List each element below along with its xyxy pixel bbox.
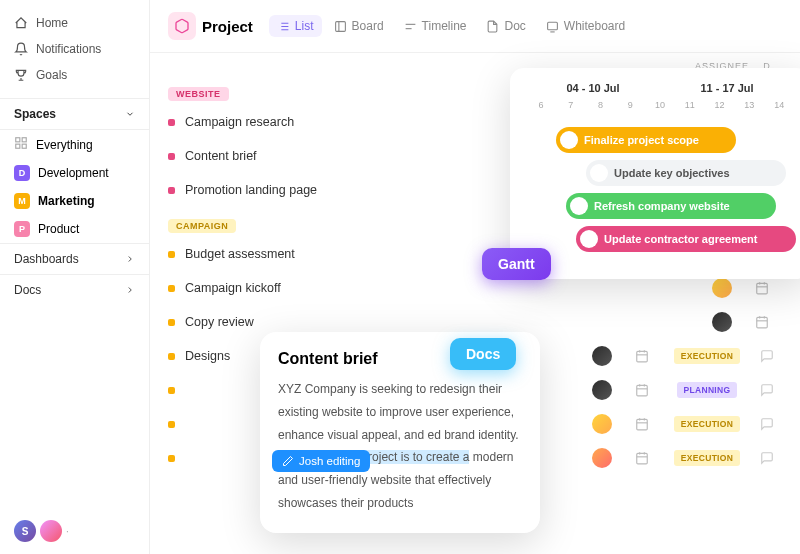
- task-date[interactable]: [622, 451, 662, 465]
- avatar: [40, 520, 62, 542]
- task-assignee[interactable]: [702, 312, 742, 332]
- status-badge: EXECUTION: [674, 416, 740, 432]
- svg-rect-34: [637, 351, 648, 362]
- gantt-day: 8: [586, 100, 616, 110]
- gantt-bar[interactable]: Finalize project scope: [556, 127, 736, 153]
- whiteboard-icon: [546, 20, 559, 33]
- gantt-day: 13: [734, 100, 764, 110]
- doc-body[interactable]: XYZ Company is seeking to redesign their…: [278, 378, 522, 515]
- view-tab-whiteboard[interactable]: Whiteboard: [538, 15, 633, 37]
- list-icon: [277, 20, 290, 33]
- svg-rect-4: [335, 21, 345, 31]
- spaces-label: Spaces: [14, 107, 56, 121]
- nav-notifications[interactable]: Notifications: [0, 36, 149, 62]
- gantt-row: Finalize project scope: [526, 127, 794, 153]
- svg-rect-2: [16, 144, 20, 148]
- gantt-day: 9: [615, 100, 645, 110]
- task-bullet: [168, 319, 175, 326]
- gantt-day: 10: [645, 100, 675, 110]
- task-status[interactable]: EXECUTION: [662, 416, 752, 432]
- calendar-icon: [635, 417, 649, 431]
- gantt-row: Update contractor agreement: [526, 226, 794, 252]
- calendar-icon: [635, 349, 649, 363]
- task-assignee[interactable]: [582, 414, 622, 434]
- chevron-down-icon: [125, 109, 135, 119]
- home-icon: [14, 16, 28, 30]
- group-label[interactable]: WEBSITE: [168, 87, 229, 101]
- task-comment[interactable]: [752, 349, 782, 363]
- calendar-icon: [755, 281, 769, 295]
- space-label: Marketing: [38, 194, 95, 208]
- task-date[interactable]: [622, 417, 662, 431]
- task-assignee[interactable]: [582, 380, 622, 400]
- editing-indicator: Josh editing: [272, 450, 370, 472]
- svg-rect-42: [637, 419, 648, 430]
- gantt-bar-label: Refresh company website: [594, 200, 730, 212]
- comment-icon: [760, 349, 774, 363]
- task-comment[interactable]: [752, 417, 782, 431]
- section-dashboards[interactable]: Dashboards: [0, 243, 149, 274]
- avatar: [592, 448, 612, 468]
- comment-icon: [760, 451, 774, 465]
- group-label[interactable]: CAMPAIGN: [168, 219, 236, 233]
- task-assignee[interactable]: [582, 346, 622, 366]
- project-icon: [168, 12, 196, 40]
- avatar: [570, 197, 588, 215]
- task-bullet: [168, 251, 175, 258]
- task-date[interactable]: [742, 281, 782, 295]
- nav-home-label: Home: [36, 16, 68, 30]
- spaces-header[interactable]: Spaces: [0, 98, 149, 130]
- pencil-icon: [282, 455, 294, 467]
- sidebar: Home Notifications Goals Spaces Everythi…: [0, 0, 150, 554]
- view-tab-board[interactable]: Board: [326, 15, 392, 37]
- topbar: Project ListBoardTimelineDocWhiteboard: [150, 0, 800, 53]
- task-assignee[interactable]: [702, 278, 742, 298]
- gantt-tag: Gantt: [482, 248, 551, 280]
- avatar: S: [14, 520, 36, 542]
- view-tab-timeline[interactable]: Timeline: [396, 15, 475, 37]
- task-comment[interactable]: [752, 451, 782, 465]
- docs-tag: Docs: [450, 338, 516, 370]
- space-item-everything[interactable]: Everything: [0, 130, 149, 159]
- chevron-right-icon: [125, 285, 135, 295]
- view-tab-label: Timeline: [422, 19, 467, 33]
- grid-icon: [14, 136, 28, 153]
- space-item-marketing[interactable]: MMarketing: [0, 187, 149, 215]
- task-status[interactable]: EXECUTION: [662, 348, 752, 364]
- space-item-product[interactable]: PProduct: [0, 215, 149, 243]
- space-label: Development: [38, 166, 109, 180]
- gantt-bar[interactable]: Update key objectives: [586, 160, 786, 186]
- nav-goals[interactable]: Goals: [0, 62, 149, 88]
- task-status[interactable]: EXECUTION: [662, 450, 752, 466]
- board-icon: [334, 20, 347, 33]
- task-date[interactable]: [622, 383, 662, 397]
- avatar: [590, 164, 608, 182]
- timeline-icon: [404, 20, 417, 33]
- task-date[interactable]: [742, 315, 782, 329]
- comment-icon: [760, 417, 774, 431]
- nav-notifications-label: Notifications: [36, 42, 101, 56]
- gantt-day: 6: [526, 100, 556, 110]
- view-tab-list[interactable]: List: [269, 15, 322, 37]
- task-bullet: [168, 387, 175, 394]
- calendar-icon: [635, 383, 649, 397]
- task-assignee[interactable]: [582, 448, 622, 468]
- gantt-bar[interactable]: Refresh company website: [566, 193, 776, 219]
- space-badge: D: [14, 165, 30, 181]
- section-docs[interactable]: Docs: [0, 274, 149, 305]
- task-status[interactable]: PLANNING: [662, 382, 752, 398]
- view-tab-doc[interactable]: Doc: [478, 15, 533, 37]
- gantt-day: 12: [705, 100, 735, 110]
- comment-icon: [760, 383, 774, 397]
- task-bullet: [168, 119, 175, 126]
- nav-home[interactable]: Home: [0, 10, 149, 36]
- task-date[interactable]: [622, 349, 662, 363]
- task-bullet: [168, 187, 175, 194]
- user-avatars[interactable]: S ·: [0, 508, 149, 554]
- space-item-development[interactable]: DDevelopment: [0, 159, 149, 187]
- svg-rect-46: [637, 453, 648, 464]
- gantt-row: Update key objectives: [526, 160, 794, 186]
- task-comment[interactable]: [752, 383, 782, 397]
- editing-label: Josh editing: [299, 455, 360, 467]
- gantt-bar[interactable]: Update contractor agreement: [576, 226, 796, 252]
